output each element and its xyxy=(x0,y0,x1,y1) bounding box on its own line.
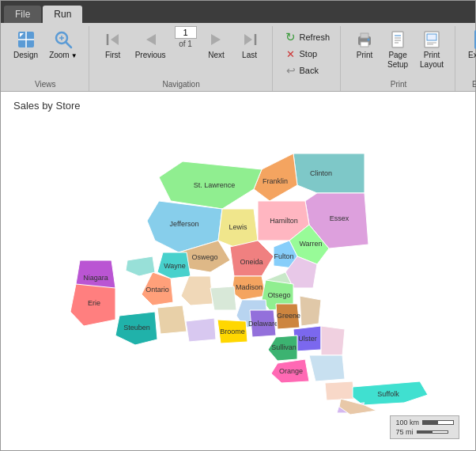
previous-label: Previous xyxy=(135,51,166,60)
svg-rect-16 xyxy=(361,42,368,47)
report-title: Sales by Store xyxy=(13,100,463,112)
scale-mi: 75 mi xyxy=(395,428,413,436)
stop-button[interactable]: ✕ Stop xyxy=(281,46,334,62)
print-buttons: Print PageSetup xyxy=(349,26,448,78)
last-button[interactable]: Last xyxy=(234,26,266,63)
export-label-row: Export xyxy=(463,78,476,91)
page-setup-icon xyxy=(387,28,409,51)
export-icon xyxy=(473,28,477,51)
erie-label: Erie xyxy=(88,299,100,307)
svg-marker-55 xyxy=(186,318,216,342)
oswego-label: Oswego xyxy=(191,253,217,261)
app-container: File Run xyxy=(0,0,476,451)
export-label: Export xyxy=(468,51,476,60)
first-button[interactable]: First xyxy=(97,26,129,63)
page-of-label: of 1 xyxy=(179,40,192,48)
wayne-label: Wayne xyxy=(164,262,186,270)
previous-button[interactable]: Previous xyxy=(130,26,171,63)
madison-label: Madison xyxy=(236,283,263,291)
svg-marker-10 xyxy=(146,34,156,45)
previous-icon xyxy=(139,28,161,51)
svg-line-5 xyxy=(66,42,71,47)
oneida-label: Oneida xyxy=(240,258,263,266)
views-group-label: Views xyxy=(35,78,56,91)
last-label: Last xyxy=(242,51,257,60)
tab-run[interactable]: Run xyxy=(43,6,82,23)
nav-buttons: First Previous of 1 xyxy=(97,26,266,78)
nav-label-row: Navigation xyxy=(97,78,266,91)
ribbon-content: Design Zoom ▼ xyxy=(1,23,475,91)
clinton-label: Clinton xyxy=(310,169,332,177)
print-layout-button[interactable]: PrintLayout xyxy=(415,26,448,72)
tab-file[interactable]: File xyxy=(4,6,41,23)
main-content: Sales by Store Clinton Franklin St. Lawr… xyxy=(1,92,475,450)
svg-marker-9 xyxy=(111,34,119,45)
page-input[interactable] xyxy=(175,26,197,39)
zoom-dropdown-icon: ▼ xyxy=(71,52,77,59)
export-group-label: Export xyxy=(472,78,476,91)
ribbon-group-actions: ↻ Refresh ✕ Stop ↩ Back xyxy=(278,26,342,91)
delaware-label: Delaware xyxy=(248,320,278,328)
next-icon xyxy=(206,28,228,51)
ribbon-group-views: Design Zoom ▼ xyxy=(6,26,89,91)
print-label-row: Print xyxy=(349,78,448,91)
jefferson-label: Jefferson xyxy=(170,220,199,228)
suffolk-label: Suffolk xyxy=(377,390,399,398)
scale-km: 100 km xyxy=(395,419,419,426)
svg-marker-51 xyxy=(181,276,213,305)
steuben-label: Steuben xyxy=(123,324,150,332)
warren-label: Warren xyxy=(299,240,322,248)
design-icon xyxy=(15,28,37,51)
refresh-icon: ↻ xyxy=(285,31,297,44)
svg-marker-47 xyxy=(126,256,155,276)
last-icon xyxy=(239,28,261,51)
ulster-label: Ulster xyxy=(298,335,317,343)
tab-bar: File Run xyxy=(1,1,475,23)
nav-group-label: Navigation xyxy=(162,78,199,91)
lewis-label: Lewis xyxy=(229,223,247,231)
ribbon-group-print: Print PageSetup xyxy=(346,26,455,91)
export-button[interactable]: Export ▼ xyxy=(463,26,476,63)
svg-rect-15 xyxy=(361,33,368,38)
niagara-label: Niagara xyxy=(83,274,108,282)
page-setup-button[interactable]: PageSetup xyxy=(382,26,414,72)
next-label: Next xyxy=(208,51,225,60)
first-label: First xyxy=(105,51,120,60)
back-button[interactable]: ↩ Back xyxy=(281,63,334,78)
export-buttons: Export ▼ xyxy=(463,26,476,78)
print-layout-label: PrintLayout xyxy=(420,51,444,70)
print-group-label: Print xyxy=(391,78,407,91)
map-area: Clinton Franklin St. Lawrence Essex Jeff… xyxy=(13,118,463,442)
back-label: Back xyxy=(300,66,319,75)
svg-marker-52 xyxy=(210,286,236,310)
design-label: Design xyxy=(13,51,38,60)
stop-icon: ✕ xyxy=(285,47,297,60)
stlawrence-label: St. Lawrence xyxy=(194,181,236,189)
actions-group-label xyxy=(306,78,308,91)
refresh-label: Refresh xyxy=(300,32,331,42)
print-layout-icon xyxy=(421,28,443,51)
franklin-label: Franklin xyxy=(263,177,288,185)
ontario-label: Ontario xyxy=(145,286,169,294)
hamilton-label: Hamilton xyxy=(270,217,298,225)
stop-label: Stop xyxy=(300,49,318,59)
svg-marker-62 xyxy=(321,326,345,355)
refresh-button[interactable]: ↻ Refresh xyxy=(281,29,334,45)
greene-label: Greene xyxy=(277,312,300,320)
fulton-label: Fulton xyxy=(274,252,293,260)
zoom-label: Zoom xyxy=(49,51,70,60)
ribbon-group-navigation: First Previous of 1 xyxy=(94,26,273,91)
next-button[interactable]: Next xyxy=(201,26,232,63)
print-icon xyxy=(353,28,376,51)
zoom-button[interactable]: Zoom ▼ xyxy=(44,26,81,63)
print-label: Print xyxy=(357,51,373,60)
action-stack: ↻ Refresh ✕ Stop ↩ Back xyxy=(281,26,334,78)
design-button[interactable]: Design xyxy=(9,26,43,63)
svg-rect-18 xyxy=(392,32,403,47)
svg-marker-13 xyxy=(244,34,252,45)
svg-marker-59 xyxy=(300,296,321,326)
print-button[interactable]: Print xyxy=(349,26,380,63)
first-icon xyxy=(102,28,124,51)
orange-label: Orange xyxy=(279,367,303,375)
sullivan-label: Sullivan xyxy=(271,343,297,351)
